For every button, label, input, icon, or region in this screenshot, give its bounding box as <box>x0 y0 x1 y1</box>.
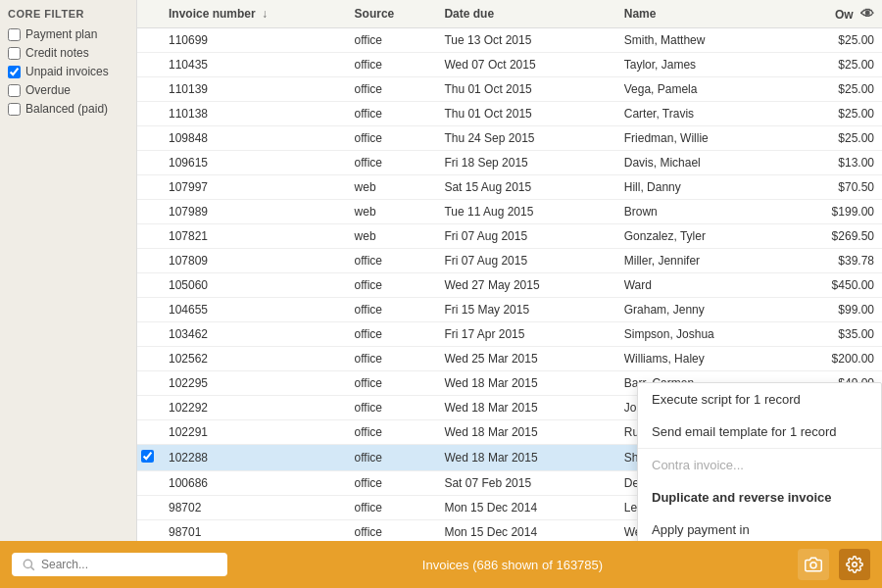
gear-button[interactable] <box>839 549 870 580</box>
eye-icon[interactable]: 👁 <box>860 6 874 22</box>
invoice-number-cell: 109615 <box>161 151 347 175</box>
filter-checkbox-payment-plan[interactable] <box>8 28 21 41</box>
table-row[interactable]: 110435officeWed 07 Oct 2015Taylor, James… <box>137 53 882 77</box>
filter-item-credit-notes[interactable]: Credit notes <box>8 46 128 60</box>
source-cell: office <box>347 445 437 471</box>
table-row[interactable]: 105060officeWed 27 May 2015Ward$450.00 <box>137 273 882 298</box>
name-cell: Taylor, James <box>616 53 788 77</box>
row-checkbox[interactable] <box>141 450 154 463</box>
context-menu-item-0[interactable]: Execute script for 1 record <box>638 383 881 416</box>
camera-button[interactable] <box>798 549 829 580</box>
camera-icon <box>805 556 822 573</box>
date-due-cell: Sat 07 Feb 2015 <box>436 471 615 496</box>
invoice-number-cell: 102292 <box>161 396 347 420</box>
table-row[interactable]: 102562officeWed 25 Mar 2015Williams, Hal… <box>137 347 882 371</box>
invoice-number-cell: 107989 <box>161 200 347 224</box>
filter-label-overdue: Overdue <box>25 83 71 97</box>
filter-item-payment-plan[interactable]: Payment plan <box>8 27 128 41</box>
table-row[interactable]: 107989webTue 11 Aug 2015Brown$199.00 <box>137 200 882 224</box>
source-cell: office <box>347 420 437 445</box>
amount-cell: $70.50 <box>788 175 882 200</box>
invoice-number-cell: 105060 <box>161 273 347 298</box>
table-row[interactable]: 109615officeFri 18 Sep 2015Davis, Michae… <box>137 151 882 175</box>
table-row[interactable]: 104655officeFri 15 May 2015Graham, Jenny… <box>137 298 882 322</box>
row-checkbox-cell <box>137 175 161 200</box>
amount-cell: $199.00 <box>788 200 882 224</box>
filter-checkbox-unpaid-invoices[interactable] <box>8 66 21 78</box>
name-cell: Smith, Matthew <box>616 28 788 53</box>
date-due-cell: Thu 01 Oct 2015 <box>436 102 615 126</box>
filter-checkbox-credit-notes[interactable] <box>8 47 21 60</box>
table-row[interactable]: 107821webFri 07 Aug 2015Gonzalez, Tyler$… <box>137 224 882 249</box>
col-header-source[interactable]: Source <box>347 0 437 28</box>
row-checkbox-cell <box>137 28 161 53</box>
amount-cell: $25.00 <box>788 53 882 77</box>
filter-item-overdue[interactable]: Overdue <box>8 83 128 97</box>
row-checkbox-cell <box>137 273 161 298</box>
row-checkbox-cell <box>137 347 161 371</box>
table-row[interactable]: 107997webSat 15 Aug 2015Hill, Danny$70.5… <box>137 175 882 200</box>
row-checkbox-cell <box>137 224 161 249</box>
col-header-name[interactable]: Name <box>616 0 788 28</box>
date-due-cell: Wed 18 Mar 2015 <box>436 445 615 471</box>
invoice-number-cell: 110699 <box>161 28 347 53</box>
invoice-number-cell: 104655 <box>161 298 347 322</box>
filter-checkbox-balanced-paid[interactable] <box>8 103 21 116</box>
name-cell: Ward <box>616 273 788 298</box>
row-checkbox-cell <box>137 445 161 471</box>
search-icon <box>22 558 35 571</box>
table-row[interactable]: 110139officeThu 01 Oct 2015Vega, Pamela$… <box>137 77 882 102</box>
table-row[interactable]: 109848officeThu 24 Sep 2015Friedman, Wil… <box>137 126 882 151</box>
filter-checkbox-overdue[interactable] <box>8 84 21 97</box>
filter-item-balanced-paid[interactable]: Balanced (paid) <box>8 102 128 116</box>
context-menu-item-4[interactable]: Apply payment in <box>638 514 881 541</box>
date-due-cell: Tue 11 Aug 2015 <box>436 200 615 224</box>
source-cell: office <box>347 249 437 273</box>
context-menu-item-3[interactable]: Duplicate and reverse invoice <box>638 481 881 514</box>
svg-line-1 <box>31 567 34 570</box>
row-checkbox-cell <box>137 126 161 151</box>
source-cell: web <box>347 224 437 249</box>
source-cell: office <box>347 298 437 322</box>
amount-cell: $269.50 <box>788 224 882 249</box>
amount-cell: $25.00 <box>788 102 882 126</box>
filter-item-unpaid-invoices[interactable]: Unpaid invoices <box>8 65 128 78</box>
source-cell: web <box>347 175 437 200</box>
invoice-number-cell: 107821 <box>161 224 347 249</box>
svg-point-2 <box>810 563 816 568</box>
invoice-number-cell: 100686 <box>161 471 347 496</box>
filter-label-unpaid-invoices: Unpaid invoices <box>25 65 109 78</box>
invoice-number-cell: 110138 <box>161 102 347 126</box>
invoice-number-cell: 107997 <box>161 175 347 200</box>
col-header-ow[interactable]: Ow 👁 <box>788 0 882 28</box>
source-cell: office <box>347 28 437 53</box>
context-menu-item-1[interactable]: Send email template for 1 record <box>638 416 881 448</box>
amount-cell: $35.00 <box>788 322 882 347</box>
row-checkbox-cell <box>137 200 161 224</box>
table-row[interactable]: 103462officeFri 17 Apr 2015Simpson, Josh… <box>137 322 882 347</box>
table-row[interactable]: 110138officeThu 01 Oct 2015Carter, Travi… <box>137 102 882 126</box>
sidebar-title: CORE FILTER <box>8 8 128 20</box>
filter-label-balanced-paid: Balanced (paid) <box>25 102 108 116</box>
name-cell: Simpson, Joshua <box>616 322 788 347</box>
invoice-number-cell: 102288 <box>161 445 347 471</box>
invoice-number-cell: 109848 <box>161 126 347 151</box>
date-due-cell: Fri 15 May 2015 <box>436 298 615 322</box>
sort-arrow-icon: ↓ <box>262 7 268 21</box>
col-header-invoice-number[interactable]: Invoice number ↓ <box>161 0 347 28</box>
svg-point-3 <box>853 563 858 567</box>
status-text: Invoices (686 shown of 163785) <box>422 558 603 572</box>
date-due-cell: Wed 25 Mar 2015 <box>436 347 615 371</box>
search-box[interactable] <box>12 553 227 576</box>
date-due-cell: Tue 13 Oct 2015 <box>436 28 615 53</box>
search-input[interactable] <box>41 558 198 571</box>
sidebar: CORE FILTER Payment planCredit notesUnpa… <box>0 0 137 541</box>
table-row[interactable]: 110699officeTue 13 Oct 2015Smith, Matthe… <box>137 28 882 53</box>
date-due-cell: Thu 01 Oct 2015 <box>436 77 615 102</box>
invoice-number-cell: 102562 <box>161 347 347 371</box>
date-due-cell: Fri 07 Aug 2015 <box>436 249 615 273</box>
col-header-date-due[interactable]: Date due <box>436 0 615 28</box>
invoice-number-cell: 98702 <box>161 496 347 520</box>
date-due-cell: Mon 15 Dec 2014 <box>436 496 615 520</box>
table-row[interactable]: 107809officeFri 07 Aug 2015Miller, Jenni… <box>137 249 882 273</box>
